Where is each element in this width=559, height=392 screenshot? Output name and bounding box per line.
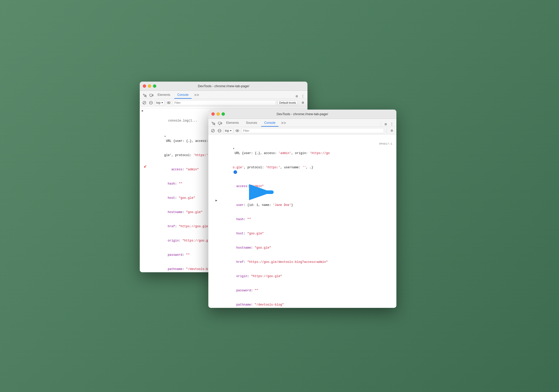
user-line-front: ▶ user: {id: 1, name: 'Jane Doe'} bbox=[208, 193, 396, 212]
filter-input-back[interactable] bbox=[173, 100, 276, 105]
devtools-body-front: Elements Sources Console >> ⚙ ⋮ bbox=[208, 119, 396, 308]
kebab-icon-front[interactable]: ⋮ bbox=[389, 122, 394, 127]
hash-line-front: hash: "" bbox=[208, 212, 396, 227]
window-title-front: DevTools - chrome://new-tab-page/ bbox=[277, 112, 328, 116]
filter-input-front[interactable] bbox=[241, 128, 384, 133]
inspect-icon-back[interactable] bbox=[142, 93, 148, 99]
toolbar-right-back: ⚙ ⋮ bbox=[294, 94, 305, 99]
maximize-button-back[interactable] bbox=[153, 84, 156, 88]
caret-url-back bbox=[142, 109, 144, 113]
traffic-lights-front bbox=[211, 112, 225, 116]
eye-icon-front[interactable] bbox=[235, 128, 240, 133]
hostname-line-front: hostname: "goo.gle" bbox=[208, 241, 396, 255]
tab-console-back[interactable]: Console bbox=[174, 92, 192, 99]
top-badge-front[interactable]: top ▼ bbox=[224, 128, 233, 133]
kebab-icon-back[interactable]: ⋮ bbox=[300, 94, 305, 99]
pathname-line-front: pathname: "/devtools-blog" bbox=[208, 298, 396, 308]
devtools-window-front: DevTools - chrome://new-tab-page/ bbox=[208, 110, 396, 308]
tab-more-back[interactable]: >> bbox=[193, 92, 200, 99]
block-icon-front[interactable] bbox=[217, 128, 222, 133]
separator-front bbox=[381, 122, 381, 127]
toolbar-right-front: ⚙ ⋮ bbox=[380, 122, 394, 127]
svg-rect-0 bbox=[150, 94, 152, 96]
tab-elements-front[interactable]: Elements bbox=[223, 119, 242, 127]
device-icon-front[interactable] bbox=[217, 120, 223, 127]
inspect-icon-front[interactable] bbox=[210, 120, 216, 127]
window-title-back: DevTools - chrome://new-tab-page/ bbox=[198, 84, 249, 88]
default-levels-btn-back[interactable]: Default levels bbox=[277, 100, 298, 105]
tab-more-front[interactable]: >> bbox=[280, 120, 287, 127]
vm-ref: VM4817:1 bbox=[379, 142, 392, 146]
scene: DevTools - chrome://new-tab-page/ bbox=[140, 82, 419, 310]
gear-icon-console-back[interactable]: ⚙ bbox=[300, 100, 305, 105]
close-button-front[interactable] bbox=[211, 112, 215, 116]
gear-icon-front[interactable]: ⚙ bbox=[383, 122, 388, 127]
gear-icon-back[interactable]: ⚙ bbox=[294, 94, 299, 99]
href-line-front: href: "https://goo.gle/devtools-blog?acc… bbox=[208, 255, 396, 269]
url-line-front: VM4817:1 ▾ URL {user: {…}, access: 'admi… bbox=[208, 137, 396, 160]
host-line-front: host: "goo.gle" bbox=[208, 227, 396, 241]
password-line-front: password: "" bbox=[208, 283, 396, 298]
minimize-button-front[interactable] bbox=[216, 112, 220, 116]
titlebar-back: DevTools - chrome://new-tab-page/ bbox=[140, 82, 307, 91]
direction-arrow bbox=[249, 183, 277, 202]
gear-icon-console-front[interactable]: ⚙ bbox=[389, 128, 394, 133]
separator-console-front bbox=[386, 128, 387, 133]
svg-rect-1 bbox=[152, 95, 153, 96]
top-badge-back[interactable]: top ▼ bbox=[155, 100, 165, 105]
titlebar-front: DevTools - chrome://new-tab-page/ bbox=[208, 110, 396, 119]
tab-bar-back: Elements Console >> ⚙ ⋮ bbox=[140, 91, 307, 99]
svg-point-20 bbox=[237, 130, 238, 131]
minimize-button-back[interactable] bbox=[148, 84, 151, 88]
eye-icon-back[interactable] bbox=[166, 100, 171, 105]
tab-console-front[interactable]: Console bbox=[261, 119, 278, 127]
console-content-front: VM4817:1 ▾ URL {user: {…}, access: 'admi… bbox=[208, 134, 396, 308]
svg-line-5 bbox=[143, 102, 145, 104]
svg-rect-11 bbox=[218, 122, 221, 124]
svg-line-16 bbox=[212, 130, 214, 132]
tab-elements-back[interactable]: Elements bbox=[154, 92, 173, 99]
origin-line-front: origin: "https://goo.gle" bbox=[208, 269, 396, 283]
access-line-front: access: "admin" bbox=[208, 179, 396, 193]
tab-sources-front[interactable]: Sources bbox=[243, 119, 260, 127]
clear-console-icon-front[interactable] bbox=[210, 128, 215, 133]
block-icon-back[interactable] bbox=[148, 100, 153, 105]
maximize-button-front[interactable] bbox=[222, 112, 225, 116]
traffic-lights-back bbox=[143, 84, 156, 88]
svg-point-9 bbox=[168, 102, 169, 103]
close-button-back[interactable] bbox=[143, 84, 146, 88]
svg-rect-12 bbox=[221, 123, 222, 124]
device-icon-back[interactable] bbox=[148, 93, 154, 99]
clear-console-icon-back[interactable] bbox=[142, 100, 147, 105]
console-toolbar-front: top ▼ ⚙ bbox=[208, 127, 396, 134]
tab-bar-front: Elements Sources Console >> ⚙ ⋮ bbox=[208, 119, 396, 127]
console-toolbar-back: top ▼ Default levels ⚙ bbox=[140, 99, 307, 107]
url-line2-front: o.gle', protocol: 'https:', username: ''… bbox=[208, 160, 396, 179]
info-icon[interactable]: i bbox=[234, 170, 237, 174]
